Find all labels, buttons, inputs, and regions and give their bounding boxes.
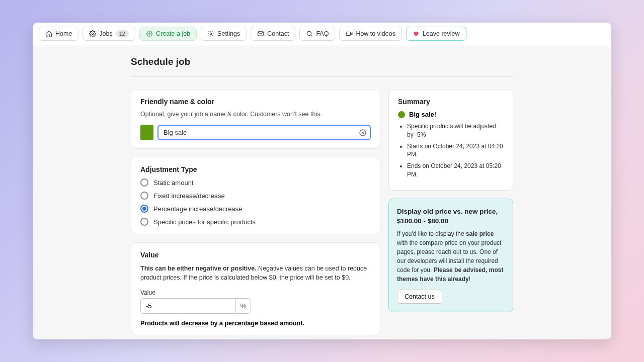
nav-home[interactable]: Home — [39, 27, 78, 41]
nav-review[interactable]: Leave review — [406, 27, 466, 41]
radio-percentage[interactable]: Percentage increase/decrease — [140, 205, 371, 213]
radio-icon — [140, 205, 148, 213]
plus-circle-icon — [146, 30, 153, 37]
radio-icon — [140, 192, 148, 200]
info-card: Display old price vs. new price, $100.00… — [388, 199, 513, 312]
svg-point-2 — [210, 33, 212, 35]
nav-videos-label: How to videos — [356, 30, 395, 37]
nav-create-label: Create a job — [156, 30, 190, 37]
radio-icon — [140, 218, 148, 226]
value-card: Value This can be either negative or pos… — [131, 242, 380, 335]
adjust-card-title: Adjustment Type — [140, 165, 371, 173]
value-suffix: % — [235, 298, 251, 314]
value-note: Products will decrease by a percentage b… — [140, 320, 371, 327]
name-color-card: Friendly name & color Optional, give you… — [131, 89, 380, 149]
mail-icon — [257, 30, 264, 37]
radio-label: Percentage increase/decrease — [153, 205, 242, 213]
value-description: This can be either negative or positive.… — [140, 264, 371, 282]
nav-jobs-label: Jobs — [99, 30, 112, 37]
app-frame: Home Jobs 12 Create a job Settings Conta… — [33, 23, 611, 339]
radio-static-amount[interactable]: Static amount — [140, 178, 371, 187]
nav-settings[interactable]: Settings — [201, 27, 247, 41]
jobs-count-badge: 12 — [116, 30, 129, 37]
radio-icon — [140, 178, 148, 187]
search-icon — [306, 30, 313, 37]
svg-point-4 — [307, 31, 311, 35]
nav-create-job[interactable]: Create a job — [139, 27, 197, 41]
radio-label: Static amount — [153, 179, 194, 187]
summary-job-name: Big sale! — [409, 111, 436, 118]
top-nav: Home Jobs 12 Create a job Settings Conta… — [33, 23, 611, 45]
info-body: If you'd like to display the sale price … — [397, 229, 505, 284]
svg-point-0 — [92, 33, 94, 35]
nav-videos[interactable]: How to videos — [339, 27, 402, 41]
radio-specific[interactable]: Specific prices for specific products — [140, 218, 371, 226]
summary-card: Summary Big sale! Specific products will… — [388, 89, 513, 191]
nav-jobs[interactable]: Jobs 12 — [83, 27, 135, 41]
clear-input-icon[interactable] — [359, 129, 367, 137]
nav-faq-label: FAQ — [316, 30, 329, 37]
video-icon — [346, 30, 353, 37]
settings-icon — [207, 30, 214, 37]
value-card-title: Value — [140, 251, 371, 259]
job-name-input[interactable] — [157, 125, 371, 140]
summary-list: Specific products will be adjusted by -5… — [398, 122, 504, 179]
title-divider — [131, 76, 513, 77]
info-title: Display old price vs. new price, $100.00… — [397, 207, 505, 226]
home-icon — [45, 30, 52, 37]
summary-item: Ends on October 24, 2023 at 05:20 PM. — [407, 162, 504, 179]
content-area: Schedule job Friendly name & color Optio… — [33, 45, 611, 339]
summary-item: Specific products will be adjusted by -5… — [407, 122, 504, 139]
nav-faq[interactable]: FAQ — [299, 27, 335, 41]
value-input[interactable] — [140, 298, 235, 314]
heart-icon — [413, 30, 420, 37]
radio-label: Specific prices for specific products — [153, 218, 256, 226]
name-card-help: Optional, give your job a name & color. … — [140, 111, 371, 118]
adjustment-type-card: Adjustment Type Static amount Fixed incr… — [131, 157, 380, 234]
nav-settings-label: Settings — [217, 30, 240, 37]
gear-icon — [89, 30, 96, 37]
radio-fixed[interactable]: Fixed increase/decrease — [140, 192, 371, 200]
summary-color-dot — [398, 111, 405, 118]
color-swatch[interactable] — [140, 125, 153, 140]
nav-contact[interactable]: Contact — [251, 27, 295, 41]
nav-review-label: Leave review — [423, 30, 460, 37]
nav-contact-label: Contact — [267, 30, 289, 37]
radio-label: Fixed increase/decrease — [153, 192, 225, 200]
summary-item: Starts on October 24, 2023 at 04:20 PM. — [407, 142, 504, 159]
page-title: Schedule job — [131, 56, 513, 67]
contact-us-button[interactable]: Contact us — [397, 290, 442, 304]
summary-title: Summary — [398, 98, 504, 106]
value-field-label: Value — [140, 289, 371, 296]
name-card-title: Friendly name & color — [140, 98, 371, 106]
value-desc-bold: This can be either negative or positive. — [140, 265, 257, 272]
nav-home-label: Home — [55, 30, 72, 37]
